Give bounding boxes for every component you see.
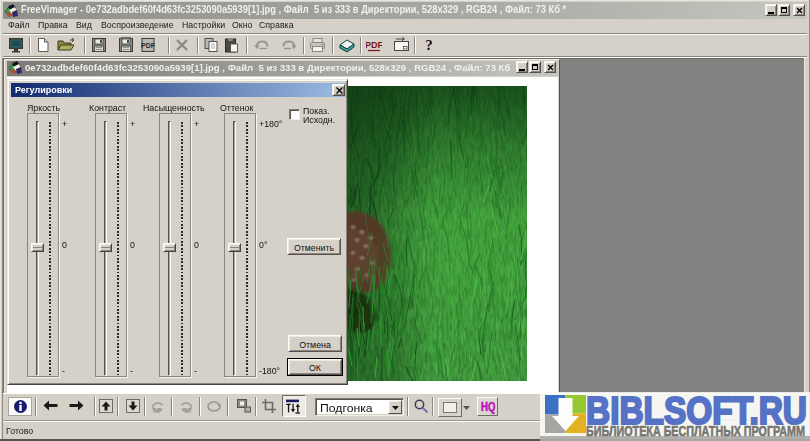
svg-text:90: 90 bbox=[152, 407, 160, 414]
svg-text:PDF: PDF bbox=[366, 39, 382, 51]
svg-text:?: ? bbox=[425, 37, 433, 53]
svg-text:90: 90 bbox=[184, 407, 192, 414]
svg-text:PDF: PDF bbox=[141, 42, 156, 49]
